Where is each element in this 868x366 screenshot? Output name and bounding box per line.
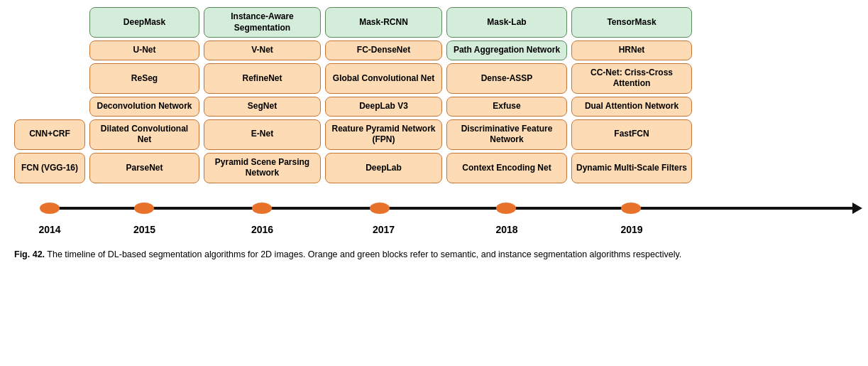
network-block: Pyramid Scene Parsing Network — [204, 153, 321, 183]
network-block: DeepLab — [325, 153, 442, 183]
timeline-dot — [134, 203, 154, 214]
network-block: HRNet — [571, 41, 692, 60]
network-block: FastFCN — [571, 119, 692, 150]
timeline-dot — [252, 203, 272, 214]
network-block: CNN+CRF — [14, 119, 85, 150]
network-block: Instance-Aware Segmentation — [204, 7, 321, 38]
network-block: Reature Pyramid Network (FPN) — [325, 119, 442, 150]
year-label: 2014 — [14, 224, 85, 235]
timeline-dot — [621, 203, 641, 214]
network-block: V-Net — [204, 41, 321, 60]
year-label: 2017 — [325, 224, 442, 235]
network-block: TensorMask — [571, 7, 692, 38]
year-label: 2016 — [204, 224, 321, 235]
network-block: ParseNet — [89, 153, 199, 183]
network-block: CC-Net: Criss-Cross Attention — [571, 63, 692, 94]
caption: Fig. 42. The timeline of DL-based segmen… — [14, 248, 795, 262]
network-block: Deconvolution Network — [89, 97, 199, 117]
network-block: Dense-ASSP — [446, 63, 567, 94]
network-block: Dual Attention Network — [571, 97, 692, 117]
year-labels: 201420152016201720182019 — [14, 224, 854, 235]
timeline-dot — [370, 203, 390, 214]
network-block: Context Encoding Net — [446, 153, 567, 183]
network-block: Mask-Lab — [446, 7, 567, 38]
network-block: Global Convolutional Net — [325, 63, 442, 94]
network-block: DeepLab V3 — [325, 97, 442, 117]
timeline-row — [14, 194, 854, 222]
timeline-dot — [496, 203, 516, 214]
network-block: RefineNet — [204, 63, 321, 94]
network-block: Exfuse — [446, 97, 567, 117]
caption-fig-label: Fig. 42. — [14, 249, 45, 259]
year-label: 2018 — [446, 224, 567, 235]
diagram-container: DeepMaskInstance-Aware SegmentationMask-… — [14, 7, 854, 262]
network-block: Mask-RCNN — [325, 7, 442, 38]
network-block: Dilated Convolutional Net — [89, 119, 199, 150]
year-label: 2019 — [571, 224, 692, 235]
network-block: SegNet — [204, 97, 321, 117]
network-block: FC-DenseNet — [325, 41, 442, 60]
timeline-dot — [40, 203, 60, 214]
network-block: Dynamic Multi-Scale Filters — [571, 153, 692, 183]
network-block: E-Net — [204, 119, 321, 150]
network-block: DeepMask — [89, 7, 199, 38]
network-block: Discriminative Feature Network — [446, 119, 567, 150]
network-block: U-Net — [89, 41, 199, 60]
caption-text: The timeline of DL-based segmentation al… — [45, 249, 681, 259]
timeline-line — [50, 207, 854, 210]
block-grid: DeepMaskInstance-Aware SegmentationMask-… — [14, 7, 854, 190]
year-label: 2015 — [89, 224, 199, 235]
network-block: FCN (VGG-16) — [14, 153, 85, 183]
network-block: Path Aggregation Network — [446, 41, 567, 60]
network-block: ReSeg — [89, 63, 199, 94]
